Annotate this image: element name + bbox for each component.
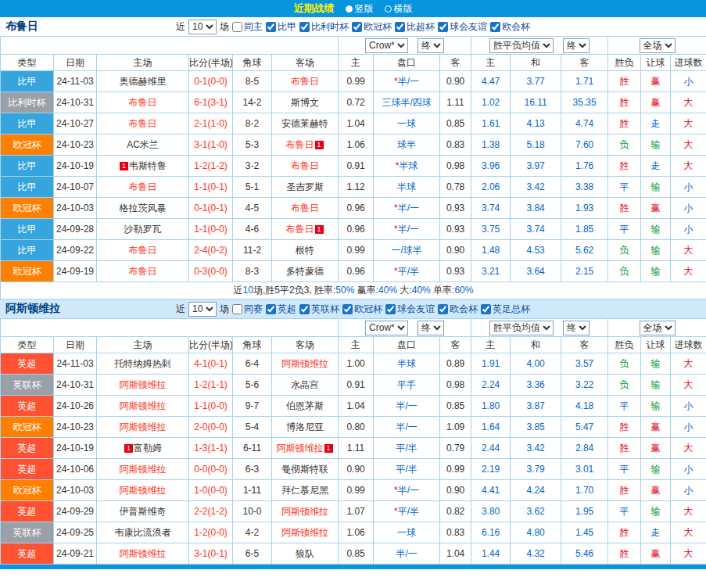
corners-cell: 8-5 [233, 71, 272, 92]
league-filter-checkbox[interactable]: 欧会杯 [490, 20, 530, 34]
handicap-cell: 半球 [374, 177, 440, 198]
column-header: 客 [561, 337, 608, 353]
league-cell: 比甲 [1, 177, 54, 198]
corners-cell: 6-5 [233, 543, 272, 565]
handicap-cell: 半/一 [374, 543, 440, 565]
red-card-badge: 1 [315, 141, 324, 149]
handicap-text: 半/一 [398, 485, 419, 496]
team-text: 多特蒙德 [286, 266, 324, 277]
team-text: 布鲁日 [129, 97, 157, 108]
column-header: 客场 [272, 55, 339, 71]
home-odds-cell: 0.99 [339, 480, 374, 501]
match-row: 英超24-11-03托特纳姆热刺4-1(0-1)6-4阿斯顿维拉1.00半球0.… [1, 353, 706, 375]
home-odds-cell: 0.96 [339, 198, 374, 219]
corners-cell: 4-5 [233, 198, 272, 219]
team-section: 阿斯顿维拉近10场同赛英超英联杯欧冠杯球会友谊欧会杯英足总杯Crow*终胜平负均… [0, 299, 706, 565]
recent-count-select[interactable]: 10 [188, 20, 217, 34]
same-checkbox-input[interactable] [232, 304, 242, 314]
league-filter-checkbox[interactable]: 球会友谊 [438, 20, 487, 34]
summary-segment: 场,胜5平2负3, 胜率: [253, 285, 335, 296]
recent-count-select[interactable]: 10 [188, 302, 217, 317]
league-filter-checkbox[interactable]: 英足总杯 [481, 303, 530, 316]
corners-cell: 4-2 [233, 522, 272, 543]
league-checkbox-input[interactable] [438, 22, 448, 32]
avg-select[interactable]: 胜平负均值 [489, 38, 554, 53]
score-cell: 4-1(0-1) [189, 353, 233, 375]
column-header: 胜负 [608, 337, 641, 353]
final-select-1[interactable]: 终 [418, 321, 444, 335]
final-select-2[interactable]: 终 [563, 321, 590, 335]
team-text: 富勒姆 [134, 443, 162, 454]
handicap-result-cell: 赢 [641, 438, 671, 459]
league-filter-checkbox[interactable]: 比甲 [266, 20, 296, 34]
league-filter-label: 比超杯 [407, 20, 435, 34]
away-odds-cell: 0.79 [440, 438, 471, 459]
score-cell: 0-1(0-1) [189, 198, 233, 219]
same-filter-checkbox[interactable]: 同主 [232, 20, 263, 34]
avg-draw-cell: 4.80 [511, 522, 561, 543]
fullmatch-select[interactable]: 全场 [640, 38, 676, 53]
league-filter-checkbox[interactable]: 比利时杯 [299, 20, 349, 34]
corners-cell: 1-11 [233, 480, 272, 501]
column-header: 和 [511, 55, 561, 71]
page-title: 近期战绩 [294, 2, 335, 16]
league-checkbox-input[interactable] [490, 22, 500, 32]
league-cell: 英超 [1, 353, 54, 375]
league-checkbox-input[interactable] [385, 304, 396, 314]
avg-away-cell: 1.95 [561, 501, 608, 522]
fullmatch-select[interactable]: 全场 [640, 321, 676, 335]
league-checkbox-input[interactable] [342, 304, 353, 314]
same-filter-checkbox[interactable]: 同赛 [232, 303, 263, 316]
score-cell: 2-2(1-2) [189, 501, 233, 522]
league-checkbox-input[interactable] [266, 304, 276, 314]
team-text: 阿斯顿维拉 [120, 379, 167, 390]
home-team-cell: 布鲁日 [97, 113, 189, 134]
avg-select[interactable]: 胜平负均值 [489, 321, 554, 335]
layout-vertical-radio[interactable]: 竖版 [346, 2, 374, 16]
league-checkbox-input[interactable] [395, 22, 405, 32]
summary-segment: 60% [454, 285, 473, 296]
bookmaker-select[interactable]: Crow* [365, 38, 408, 53]
column-header: 主 [471, 55, 511, 71]
handicap-text: 平/半 [398, 506, 419, 517]
column-header-row: 类型日期主场比分(半场)角球客场主盘口客主和客胜负让球进球数 [1, 337, 706, 353]
away-odds-cell: 0.98 [440, 156, 471, 177]
league-filter-label: 球会友谊 [397, 303, 435, 316]
corners-cell: 11-2 [233, 240, 272, 261]
match-row: 英联杯24-09-25韦康比流浪者1-2(0-0)4-2阿斯顿维拉1.06一球0… [1, 522, 706, 543]
same-checkbox-input[interactable] [232, 22, 242, 32]
league-checkbox-input[interactable] [438, 304, 448, 314]
final-select-1[interactable]: 终 [418, 38, 444, 53]
final-select-2[interactable]: 终 [563, 38, 590, 53]
league-filter-checkbox[interactable]: 欧会杯 [438, 303, 478, 316]
date-cell: 24-10-31 [54, 92, 97, 113]
away-team-cell: 布鲁日1 [272, 134, 339, 156]
layout-horizontal-radio[interactable]: 横版 [385, 2, 413, 16]
sections-container: 布鲁日近10场同主比甲比利时杯欧冠杯比超杯球会友谊欧会杯Crow*终胜平负均值终… [0, 17, 706, 565]
summary-segment: 40% [412, 285, 431, 296]
date-cell: 24-10-27 [54, 113, 97, 134]
away-team-cell: 布鲁日 [272, 198, 339, 219]
summary-segment: 近 [234, 285, 243, 296]
league-checkbox-input[interactable] [299, 304, 310, 314]
team-text: 布鲁日 [291, 203, 319, 213]
away-team-cell: 曼彻斯特联 [272, 459, 339, 480]
league-checkbox-input[interactable] [299, 22, 310, 32]
league-cell: 欧冠杯 [1, 261, 54, 282]
away-odds-cell: 0.85 [440, 113, 471, 134]
league-filter-checkbox[interactable]: 球会友谊 [385, 303, 435, 316]
league-filter-checkbox[interactable]: 英联杯 [299, 303, 339, 316]
league-filter-checkbox[interactable]: 欧冠杯 [352, 20, 392, 34]
league-checkbox-input[interactable] [266, 22, 276, 32]
league-checkbox-input[interactable] [481, 304, 491, 314]
date-cell: 24-10-03 [54, 198, 97, 219]
league-filter-checkbox[interactable]: 比超杯 [395, 20, 435, 34]
match-row: 英超24-10-191富勒姆1-3(1-1)6-11阿斯顿维拉11.11平/半0… [1, 438, 706, 459]
league-filter-checkbox[interactable]: 英超 [266, 303, 296, 316]
league-filter-checkbox[interactable]: 欧冠杯 [342, 303, 382, 316]
bookmaker-select[interactable]: Crow* [365, 321, 408, 335]
team-text: 阿斯顿维拉 [120, 464, 167, 475]
league-checkbox-input[interactable] [352, 22, 362, 32]
column-header: 比分(半场) [189, 337, 233, 353]
same-filter-label: 同赛 [244, 303, 263, 316]
